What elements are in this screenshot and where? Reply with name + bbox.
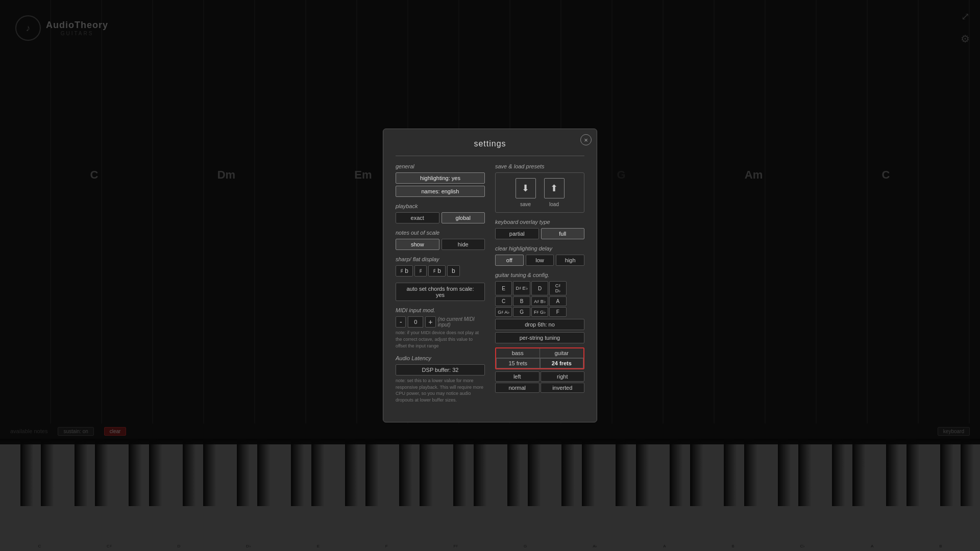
notes-out-of-scale-section: notes out of scale show hide <box>396 230 485 250</box>
tuning-c[interactable]: C <box>495 296 512 306</box>
audio-latency-label: Audio Latency <box>396 355 485 361</box>
dsp-buffer-button[interactable]: DSP buffer: 32 <box>396 364 485 375</box>
tuning-fsgb[interactable]: F♯ G♭ <box>531 307 548 317</box>
frets-section: bass guitar 15 frets 24 frets <box>495 347 584 369</box>
guitar-tuning-label: guitar tuning & config. <box>495 272 584 278</box>
names-row: names: english <box>396 186 485 197</box>
midi-minus-button[interactable]: - <box>396 316 406 328</box>
full-button[interactable]: full <box>541 228 585 239</box>
keyboard-overlay-section: keyboard overlay type partial full <box>495 219 584 239</box>
bass-header: bass <box>496 348 540 358</box>
frets-row: 15 frets 24 frets <box>496 358 583 368</box>
show-hide-row: show hide <box>396 239 485 250</box>
tuning-csdb[interactable]: C♯ D♭ <box>549 281 566 295</box>
names-button[interactable]: names: english <box>396 186 485 197</box>
sharp-flat-btn-2[interactable]: ♯ <box>414 265 427 277</box>
midi-plus-button[interactable]: + <box>425 316 435 328</box>
sharp-flat-btn-1[interactable]: ♯ b <box>396 265 413 277</box>
save-load-box: ⬇ save ⬆ load <box>495 172 584 213</box>
high-button[interactable]: high <box>556 255 584 266</box>
highlighting-row: highlighting: yes <box>396 172 485 184</box>
hide-button[interactable]: hide <box>442 239 485 250</box>
global-button[interactable]: global <box>442 212 485 223</box>
left-column: general highlighting: yes names: english… <box>396 163 485 409</box>
lr-row: left right <box>495 371 584 382</box>
modal-overlay: settings × general highlighting: yes nam… <box>0 0 980 551</box>
keyboard-overlay-row: partial full <box>495 228 584 239</box>
playback-section: playback exact global <box>396 203 485 223</box>
save-label: save <box>520 202 531 207</box>
ni-row: normal inverted <box>495 383 584 393</box>
load-item[interactable]: ⬆ load <box>544 178 565 207</box>
sharp-flat-section: sharp/ flat display ♯ b ♯ ♯ b b <box>396 256 485 277</box>
tuning-row-1: E D♯ E♭ D C♯ D♭ <box>495 281 584 295</box>
settings-dialog: settings × general highlighting: yes nam… <box>383 129 597 422</box>
guitar-tuning-section: guitar tuning & config. E D♯ E♭ D C♯ D♭ … <box>495 272 584 393</box>
dialog-divider <box>396 156 584 156</box>
right-column: save & load presets ⬇ save ⬆ load <box>495 163 584 409</box>
midi-value-display: 0 <box>408 316 423 328</box>
tuning-e[interactable]: E <box>495 281 512 295</box>
sharp-flat-btn-3[interactable]: ♯ b <box>428 265 446 277</box>
tuning-g[interactable]: G <box>513 307 530 317</box>
dialog-body: general highlighting: yes names: english… <box>396 163 584 409</box>
tuning-a[interactable]: A <box>549 296 566 306</box>
per-string-button[interactable]: per-string tuning <box>495 332 584 343</box>
save-icon: ⬇ <box>516 178 536 198</box>
frets-24-button[interactable]: 24 frets <box>540 358 584 368</box>
close-button[interactable]: × <box>580 134 592 145</box>
general-label: general <box>396 163 485 169</box>
auto-chords-section: auto set chords from scale: yes <box>396 283 485 301</box>
dialog-title: settings <box>396 139 584 148</box>
inverted-button[interactable]: inverted <box>541 383 585 393</box>
load-label: load <box>549 202 559 207</box>
save-load-section: save & load presets ⬇ save ⬆ load <box>495 163 584 213</box>
tuning-b[interactable]: B <box>513 296 530 306</box>
sharp-flat-btn-4[interactable]: b <box>447 265 460 277</box>
low-button[interactable]: low <box>526 255 554 266</box>
highlighting-button[interactable]: highlighting: yes <box>396 172 485 184</box>
right-button[interactable]: right <box>541 371 585 382</box>
guitar-header: guitar <box>540 348 584 358</box>
tuning-asbb[interactable]: A♯ B♭ <box>531 296 548 306</box>
save-item[interactable]: ⬇ save <box>516 178 536 207</box>
midi-label: MIDI input mod. <box>396 307 485 313</box>
frets-header: bass guitar <box>496 348 583 358</box>
sharp-flat-row: ♯ b ♯ ♯ b b <box>396 265 485 277</box>
load-icon: ⬆ <box>544 178 565 198</box>
exact-button[interactable]: exact <box>396 212 439 223</box>
clear-highlight-row: off low high <box>495 255 584 266</box>
tuning-dseb[interactable]: D♯ E♭ <box>513 281 530 295</box>
audio-latency-section: Audio Latency DSP buffer: 32 note: set t… <box>396 355 485 403</box>
auto-chords-button[interactable]: auto set chords from scale: yes <box>396 283 485 301</box>
notes-out-scale-label: notes out of scale <box>396 230 485 236</box>
clear-highlight-label: clear highlighting delay <box>495 245 584 252</box>
keyboard-overlay-label: keyboard overlay type <box>495 219 584 225</box>
midi-row: - 0 + (no current MIDI input) <box>396 316 485 328</box>
tuning-row-2: C B A♯ B♭ A <box>495 296 584 306</box>
playback-label: playback <box>396 203 485 209</box>
show-button[interactable]: show <box>396 239 439 250</box>
tuning-gsab[interactable]: G♯ A♭ <box>495 307 512 317</box>
save-load-label: save & load presets <box>495 163 584 169</box>
midi-section: MIDI input mod. - 0 + (no current MIDI i… <box>396 307 485 349</box>
left-button[interactable]: left <box>495 371 540 382</box>
normal-button[interactable]: normal <box>495 383 540 393</box>
playback-row: exact global <box>396 212 485 223</box>
tuning-f[interactable]: F <box>549 307 566 317</box>
tuning-row-3: G♯ A♭ G F♯ G♭ F <box>495 307 584 317</box>
clear-highlight-section: clear highlighting delay off low high <box>495 245 584 266</box>
dsp-note: note: set this to a lower value for more… <box>396 378 485 403</box>
off-button[interactable]: off <box>495 255 524 266</box>
drop6th-button[interactable]: drop 6th: no <box>495 319 584 330</box>
general-section: general highlighting: yes names: english <box>396 163 485 197</box>
midi-note-small: note: if your MIDI device does not play … <box>396 330 485 349</box>
frets-15-button[interactable]: 15 frets <box>496 358 540 368</box>
sharp-flat-label: sharp/ flat display <box>396 256 485 262</box>
partial-button[interactable]: partial <box>495 228 539 239</box>
tuning-d[interactable]: D <box>531 281 548 295</box>
midi-note-text: (no current MIDI input) <box>438 316 485 328</box>
